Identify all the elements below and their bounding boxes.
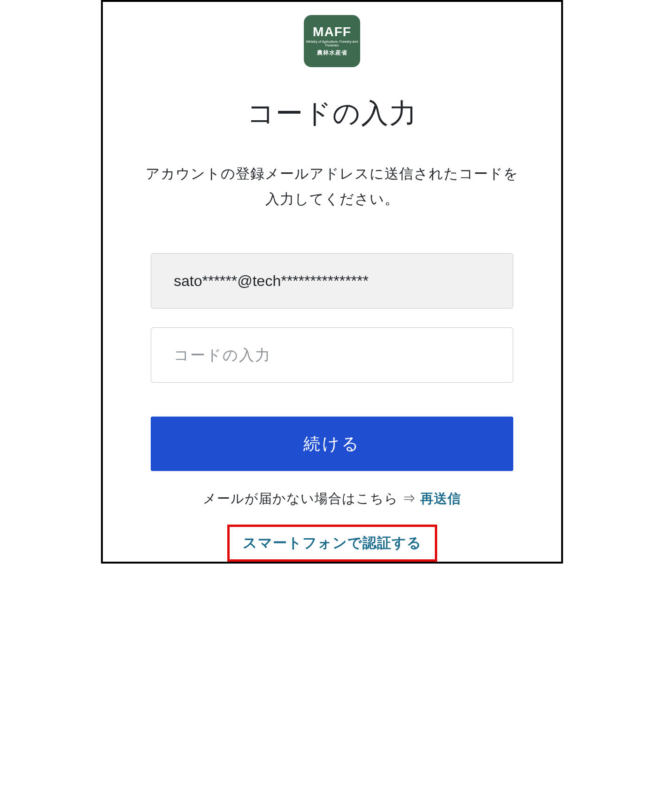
smartphone-auth-highlight: スマートフォンで認証する	[227, 525, 437, 562]
continue-button[interactable]: 続ける	[151, 417, 513, 471]
auth-code-panel: MAFF Ministry of Agriculture, Forestry a…	[101, 0, 563, 564]
resend-row: メールが届かない場合はこちら ⇒ 再送信	[203, 490, 461, 508]
logo-text-sub1: Ministry of Agriculture, Forestry and Fi…	[304, 40, 360, 47]
instruction-text: アカウントの登録メールアドレスに送信されたコードを入力してください。	[103, 161, 561, 212]
email-display: sato******@tech***************	[151, 253, 513, 309]
smartphone-auth-link[interactable]: スマートフォンで認証する	[243, 535, 422, 550]
code-input[interactable]	[151, 327, 513, 383]
resend-prefix: メールが届かない場合はこちら ⇒	[203, 491, 420, 506]
form-area: sato******@tech*************** 続ける	[103, 253, 561, 471]
logo-text-main: MAFF	[313, 25, 351, 39]
logo-text-sub2: 農林水産省	[317, 49, 347, 57]
maff-logo: MAFF Ministry of Agriculture, Forestry a…	[304, 15, 360, 67]
page-title: コードの入力	[247, 95, 417, 132]
resend-link[interactable]: 再送信	[420, 491, 461, 506]
